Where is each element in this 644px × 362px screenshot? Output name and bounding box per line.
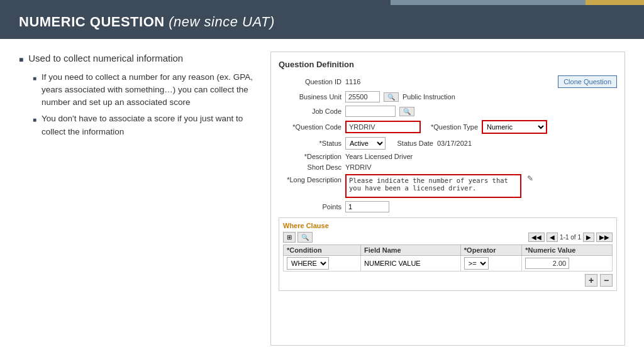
question-id-row: Question ID 1116 Clone Question <box>279 75 617 88</box>
numeric-value-input[interactable] <box>525 258 569 269</box>
top-bar-dark <box>0 0 391 5</box>
add-remove-buttons: + − <box>283 274 613 287</box>
title-bar: NUMERIC QUESTION (new since UAT) <box>0 5 644 39</box>
long-desc-textarea[interactable]: Please indicate the number of years that… <box>345 174 521 198</box>
table-row: WHERE AND OR NUMERIC VALUE >= > <box>284 256 613 272</box>
status-label: *Status <box>279 140 341 147</box>
page-nav-first[interactable]: ◀◀ <box>528 233 545 242</box>
page-info: 1-1 of 1 <box>560 234 581 241</box>
points-row: Points <box>279 201 617 212</box>
top-color-bar <box>0 0 644 5</box>
page-nav-last[interactable]: ▶▶ <box>596 233 613 242</box>
short-desc-row: Short Desc YRDRIV <box>279 163 617 171</box>
col-field-name: Field Name <box>361 245 461 256</box>
where-clause-title: Where Clause <box>283 222 613 229</box>
bullet-main-1: ■ Used to collect numerical information <box>19 52 258 66</box>
question-id-value: 1116 <box>345 78 360 85</box>
job-code-input[interactable] <box>345 106 396 117</box>
page-nav-next[interactable]: ▶ <box>583 233 594 242</box>
form-title: Question Definition <box>279 60 617 69</box>
job-code-label: Job Code <box>279 107 341 115</box>
bullet-icon-1: ■ <box>19 54 23 65</box>
bullet-sub-icon-2: ■ <box>33 115 36 124</box>
operator-select[interactable]: >= > < <= = <box>464 257 489 270</box>
description-value: Years Licensed Driver <box>345 153 413 160</box>
where-clause-section: Where Clause ⊞ 🔍 ◀◀ ◀ 1-1 of 1 ▶ ▶▶ *Con… <box>279 217 617 291</box>
long-desc-label: *Long Description <box>279 176 341 184</box>
question-id-label: Question ID <box>279 78 341 85</box>
status-row: *Status Active Inactive Status Date 03/1… <box>279 137 617 150</box>
where-search-btn[interactable]: 🔍 <box>297 232 313 243</box>
where-clause-table: *Condition Field Name *Operator *Numeric… <box>283 244 613 272</box>
question-type-label: *Question Type <box>425 123 478 131</box>
bullet-main-1-text: Used to collect numerical information <box>28 52 183 66</box>
main-content: ■ Used to collect numerical information … <box>0 39 644 358</box>
question-code-row: *Question Code *Question Type Numeric Te… <box>279 120 617 134</box>
col-condition: *Condition <box>284 245 361 256</box>
question-code-label: *Question Code <box>279 123 341 131</box>
clone-question-button[interactable]: Clone Question <box>558 75 617 88</box>
points-input[interactable] <box>345 201 389 212</box>
where-numeric-value-cell <box>522 256 613 272</box>
pagination-info: ◀◀ ◀ 1-1 of 1 ▶ ▶▶ <box>528 233 613 242</box>
points-label: Points <box>279 203 341 211</box>
col-operator: *Operator <box>460 245 521 256</box>
where-field-name-cell: NUMERIC VALUE <box>361 256 461 272</box>
remove-row-button[interactable]: − <box>600 274 613 287</box>
status-select[interactable]: Active Inactive <box>345 137 386 150</box>
status-date-label: Status Date <box>389 140 433 147</box>
title-text: NUMERIC QUESTION <box>19 14 169 30</box>
question-code-input[interactable] <box>345 121 421 133</box>
job-code-search-btn[interactable]: 🔍 <box>399 107 414 116</box>
business-unit-label: Business Unit <box>279 93 341 101</box>
short-desc-label: Short Desc <box>279 163 341 171</box>
business-unit-desc: Public Instruction <box>402 93 455 101</box>
job-code-row: Job Code 🔍 <box>279 106 617 117</box>
top-bar-gold <box>586 0 644 5</box>
bullet-sub-icon-1: ■ <box>33 74 36 83</box>
page-nav-prev[interactable]: ◀ <box>547 233 558 242</box>
business-unit-input[interactable] <box>345 91 380 102</box>
where-operator-cell: >= > < <= = <box>460 256 521 272</box>
question-type-select[interactable]: Numeric Text Multiple Choice <box>482 120 547 134</box>
condition-select[interactable]: WHERE AND OR <box>287 257 329 270</box>
left-panel: ■ Used to collect numerical information … <box>19 52 258 346</box>
business-unit-search-btn[interactable]: 🔍 <box>384 92 399 102</box>
top-bar-mid <box>391 0 586 5</box>
description-row: *Description Years Licensed Driver <box>279 153 617 160</box>
where-condition-cell: WHERE AND OR <box>284 256 361 272</box>
business-unit-row: Business Unit 🔍 Public Instruction <box>279 91 617 102</box>
bullet-sub-2-text: You don't have to associate a score if y… <box>42 112 258 138</box>
add-row-button[interactable]: + <box>585 274 597 287</box>
right-panel: Question Definition Question ID 1116 Clo… <box>270 52 625 346</box>
title-italic: (new since UAT) <box>169 14 274 30</box>
short-desc-value: YRDRIV <box>345 163 372 171</box>
bullet-sub-2: ■ You don't have to associate a score if… <box>33 112 258 138</box>
col-numeric-value: *Numeric Value <box>522 245 613 256</box>
edit-icon[interactable]: ✎ <box>527 174 533 183</box>
where-table-icon-btn[interactable]: ⊞ <box>283 232 296 243</box>
where-table-header-row: *Condition Field Name *Operator *Numeric… <box>284 245 613 256</box>
sub-bullets: ■ If you need to collect a number for an… <box>33 71 258 138</box>
where-toolbar: ⊞ 🔍 ◀◀ ◀ 1-1 of 1 ▶ ▶▶ <box>283 232 613 243</box>
long-desc-row: *Long Description Please indicate the nu… <box>279 174 617 198</box>
description-label: *Description <box>279 153 341 160</box>
status-date-value: 03/17/2021 <box>437 140 472 147</box>
bullet-sub-1: ■ If you need to collect a number for an… <box>33 71 258 109</box>
bullet-sub-1-text: If you need to collect a number for any … <box>42 71 258 109</box>
field-name-value: NUMERIC VALUE <box>364 260 421 267</box>
